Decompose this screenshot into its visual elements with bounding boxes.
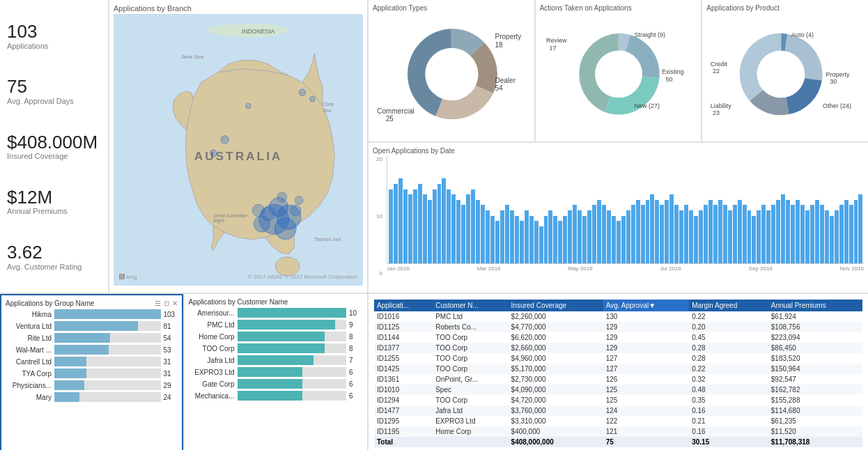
hbar-label: Physicians... xyxy=(6,382,54,389)
bar xyxy=(761,205,766,263)
close-icon[interactable]: ✕ xyxy=(172,300,178,307)
bar xyxy=(820,205,824,263)
data-table-panel: Applicati...Customer N...Insured Coverag… xyxy=(369,294,868,450)
table-cell: $400,000 xyxy=(509,426,603,437)
customer-name-panel: Applications by Customer Name Amerisour.… xyxy=(185,294,368,450)
table-cell: Home Corp xyxy=(433,426,508,437)
svg-point-26 xyxy=(310,97,316,102)
table-cell: Jafra Ltd xyxy=(433,405,508,416)
hbar-fill xyxy=(54,345,109,355)
table-col-header[interactable]: Customer N... xyxy=(433,300,508,311)
svg-point-23 xyxy=(221,136,229,144)
bar xyxy=(844,200,848,263)
table-cell: ID1477 xyxy=(374,405,433,416)
bar xyxy=(626,210,630,263)
hbar-label: Home Corp xyxy=(189,333,238,341)
table-cell: ID1294 xyxy=(374,395,433,405)
menu-icon[interactable]: ☰ xyxy=(155,300,161,307)
table-cell: $61,924 xyxy=(768,311,862,322)
bar xyxy=(525,210,529,263)
table-row: ID1255TOO Corp$4,960,0001270.28$183,520 xyxy=(374,353,862,364)
table-cell: $155,288 xyxy=(768,395,862,405)
table-cell: 0.32 xyxy=(689,374,768,385)
svg-text:Dealer: Dealer xyxy=(495,77,516,84)
table-cell: 0.22 xyxy=(689,364,768,374)
table-row: ID1010Spec$4,090,0001250.48$162,782 xyxy=(374,385,862,395)
table-cell: 0.16 xyxy=(689,426,768,437)
bar xyxy=(858,194,862,263)
table-cell: 130 xyxy=(603,311,690,322)
bar xyxy=(621,216,626,263)
table-cell: $86,450 xyxy=(768,343,862,353)
x-jan: Jan 2016 xyxy=(387,265,410,272)
hbar-fill xyxy=(54,392,79,402)
table-cell: $4,090,000 xyxy=(509,385,603,395)
bar xyxy=(669,194,674,263)
table-cell: TOO Corp xyxy=(433,343,508,353)
table-cell: OnPoint, Gr... xyxy=(433,374,508,385)
bar xyxy=(781,194,785,263)
svg-point-35 xyxy=(595,51,642,98)
table-col-header[interactable]: Avg. Approval▼ xyxy=(603,300,690,311)
table-row: ID1477Jafra Ltd$3,760,0001240.16$114,680 xyxy=(374,405,862,416)
map-footer-left: 🅱 bing xyxy=(119,274,137,280)
list-item: Home Corp8 xyxy=(189,332,364,341)
app-types-donut-area: Property 18 Dealer 54 Commercial 25 xyxy=(373,13,530,135)
y-mid: 10 xyxy=(373,213,382,219)
table-cell: ID1295 xyxy=(374,416,433,426)
hbar-track xyxy=(238,320,347,329)
kpi-rating: 3.62 Avg. Customer Rating xyxy=(7,242,101,271)
table-row: ID1016PMC Ltd$2,260,0001300.22$61,924 xyxy=(374,311,862,322)
hbar-value: 9 xyxy=(349,321,363,329)
table-cell: $2,260,000 xyxy=(509,311,603,322)
bar xyxy=(490,216,495,263)
svg-text:Auto (4): Auto (4) xyxy=(791,31,814,38)
bar xyxy=(418,184,422,263)
table-cell: $5,170,000 xyxy=(509,364,603,374)
table-cell: 125 xyxy=(603,385,690,395)
app-types-svg: Property 18 Dealer 54 Commercial 25 xyxy=(373,13,530,135)
table-cell: 0.28 xyxy=(689,343,768,353)
kpi-panel: 103 Applications 75 Avg. Approval Days $… xyxy=(0,0,108,293)
data-table: Applicati...Customer N...Insured Coverag… xyxy=(374,300,862,447)
svg-text:Tasman Sea: Tasman Sea xyxy=(314,237,341,242)
list-item: Physicians...29 xyxy=(6,380,178,390)
table-col-header[interactable]: Insured Coverage xyxy=(509,300,603,311)
table-cell: 122 xyxy=(603,416,690,426)
expand-icon[interactable]: ⊡ xyxy=(164,300,169,307)
right-top-panel: Application Types xyxy=(369,0,868,293)
bar xyxy=(660,205,664,263)
group-name-panel: Applications by Group Name ☰ ⊡ ✕ Hikma10… xyxy=(0,294,183,450)
bar xyxy=(486,210,490,263)
svg-text:18: 18 xyxy=(495,41,504,49)
apps-by-product-title: Applications by Product xyxy=(706,4,864,12)
australia-map-svg: INDONESIA Java Sea Timor Sea xyxy=(114,14,363,286)
map-footer-right: © 2017 HERE © 2017 Microsoft Corporation xyxy=(248,274,357,280)
hbar-track xyxy=(238,355,347,365)
bar xyxy=(515,216,519,263)
bar xyxy=(674,205,679,263)
table-col-header[interactable]: Margin Agreed xyxy=(689,300,768,311)
table-cell: TOO Corp xyxy=(433,364,508,374)
table-cell: 127 xyxy=(603,364,690,374)
bar xyxy=(786,200,790,263)
bar xyxy=(389,189,393,263)
svg-text:Credit: Credit xyxy=(711,61,728,68)
table-cell: $2,660,000 xyxy=(509,343,603,353)
table-header: Applicati...Customer N...Insured Coverag… xyxy=(374,300,862,311)
table-col-header[interactable]: Applicati... xyxy=(374,300,433,311)
svg-point-24 xyxy=(210,150,217,157)
bar xyxy=(791,205,795,263)
bar xyxy=(636,200,640,263)
bar xyxy=(568,210,572,263)
table-col-header[interactable]: Annual Premiums xyxy=(768,300,862,311)
hbar-track xyxy=(238,367,347,377)
table-cell: 0.48 xyxy=(689,385,768,395)
bar xyxy=(810,205,814,263)
group-name-icons: ☰ ⊡ ✕ xyxy=(155,300,178,307)
bar xyxy=(394,184,398,263)
bar xyxy=(743,205,747,263)
svg-text:Review: Review xyxy=(546,37,567,44)
bar xyxy=(451,194,456,263)
bar xyxy=(796,200,800,263)
